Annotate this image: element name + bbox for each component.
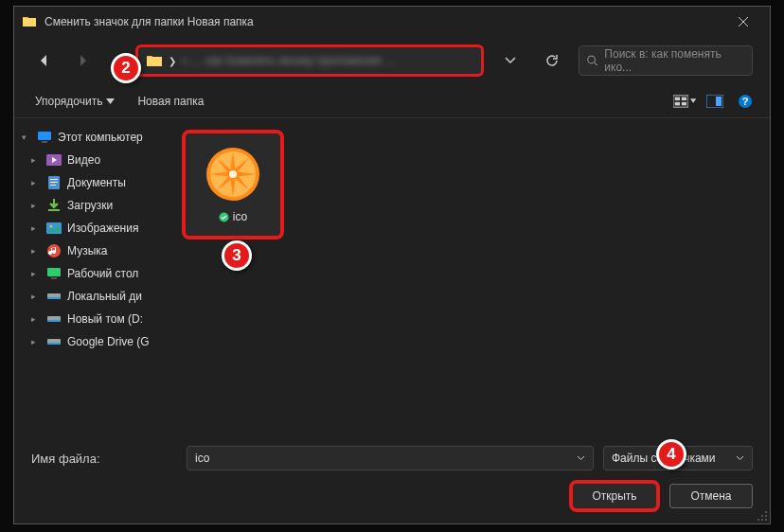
preview-pane-icon — [706, 95, 723, 108]
sidebar-item-new-volume[interactable]: ▸ Новый том (D: — [14, 308, 170, 330]
monitor-icon — [37, 130, 52, 145]
resize-grip-icon[interactable] — [755, 508, 768, 522]
svg-rect-2 — [675, 97, 680, 100]
sidebar-item-desktop[interactable]: ▸ Рабочий стол — [14, 262, 170, 285]
file-item-ico[interactable]: ico — [182, 130, 284, 239]
svg-rect-15 — [50, 182, 58, 183]
chevron-right-icon: ▸ — [31, 337, 41, 346]
annotation-badge-3: 3 — [222, 240, 252, 271]
forward-button[interactable] — [69, 47, 96, 74]
sidebar-item-videos[interactable]: ▸ Видео — [14, 149, 170, 171]
svg-point-35 — [765, 515, 767, 517]
chevron-down-icon — [690, 98, 696, 103]
arrow-right-icon — [75, 53, 90, 68]
help-button[interactable]: ? — [734, 90, 757, 113]
svg-rect-4 — [675, 101, 680, 105]
sidebar-item-local-disk[interactable]: ▸ Локальный ди — [14, 285, 170, 308]
svg-rect-16 — [50, 185, 56, 186]
document-icon — [46, 175, 62, 190]
svg-rect-18 — [46, 222, 62, 234]
chevron-right-icon: ▸ — [31, 246, 41, 256]
svg-rect-22 — [51, 277, 57, 279]
chevron-right-icon: ▸ — [31, 314, 41, 324]
chevron-down-icon — [736, 455, 744, 461]
chevron-right-icon: ▸ — [31, 178, 41, 187]
chevron-down-icon — [577, 455, 585, 461]
svg-rect-5 — [682, 101, 686, 105]
annotation-badge-2: 2 — [111, 53, 141, 83]
preview-pane-button[interactable] — [704, 90, 726, 113]
close-icon — [739, 17, 748, 27]
svg-point-19 — [50, 225, 53, 228]
svg-point-31 — [229, 170, 237, 178]
svg-text:?: ? — [742, 96, 749, 107]
svg-rect-17 — [48, 209, 60, 211]
folder-icon — [22, 14, 37, 29]
sidebar-item-music[interactable]: ▸ Музыка — [14, 239, 170, 262]
svg-rect-11 — [42, 141, 47, 143]
chevron-down-icon — [505, 57, 516, 64]
drive-icon — [46, 311, 62, 327]
svg-rect-28 — [47, 343, 61, 345]
sidebar: ▾ Этот компьютер ▸ Видео ▸ Документы ▸ З… — [14, 118, 170, 434]
chevron-down-icon: ▾ — [22, 133, 31, 142]
video-icon — [46, 152, 62, 168]
drive-icon — [46, 334, 62, 349]
annotation-badge-4: 4 — [656, 439, 686, 470]
picture-icon — [46, 221, 62, 236]
svg-point-36 — [757, 519, 759, 521]
toolbar: Упорядочить Новая папка ? — [14, 84, 770, 118]
address-text: « … как поменять иконку приложения … — [182, 54, 473, 67]
search-icon — [587, 55, 598, 67]
filename-label: Имя файла: — [31, 452, 100, 466]
cancel-button[interactable]: Отмена — [669, 484, 753, 508]
chevron-right-icon: ▸ — [31, 292, 41, 301]
refresh-button[interactable] — [537, 45, 567, 76]
search-input[interactable]: Поиск в: как поменять ико... — [579, 45, 753, 76]
chevron-right-icon: ❯ — [169, 56, 176, 66]
music-icon — [46, 243, 62, 258]
chevron-right-icon: ▸ — [31, 155, 41, 165]
chevron-right-icon: ▸ — [31, 201, 41, 210]
search-placeholder: Поиск в: как поменять ико... — [604, 47, 744, 74]
address-bar[interactable]: ❯ « … как поменять иконку приложения … — [135, 44, 484, 77]
checkmark-icon — [219, 212, 229, 222]
dialog-body: ▾ Этот компьютер ▸ Видео ▸ Документы ▸ З… — [14, 118, 770, 434]
address-dropdown[interactable] — [495, 45, 526, 76]
close-button[interactable] — [724, 7, 762, 37]
svg-rect-24 — [47, 297, 61, 299]
open-button[interactable]: Открыть — [569, 480, 660, 512]
svg-rect-26 — [47, 320, 61, 322]
new-folder-button[interactable]: Новая папка — [130, 91, 211, 112]
sidebar-item-this-pc[interactable]: ▾ Этот компьютер — [14, 126, 170, 149]
svg-rect-3 — [682, 97, 686, 100]
window-title: Сменить значок для папки Новая папка — [45, 15, 724, 28]
download-icon — [46, 198, 62, 213]
sidebar-item-downloads[interactable]: ▸ Загрузки — [14, 194, 170, 217]
svg-point-34 — [761, 515, 763, 517]
back-button[interactable] — [31, 47, 58, 74]
file-area[interactable]: ico — [170, 118, 770, 434]
filename-input[interactable]: ico — [187, 446, 594, 470]
drive-icon — [46, 289, 62, 304]
svg-point-38 — [765, 519, 767, 521]
folder-icon — [146, 54, 163, 67]
organize-button[interactable]: Упорядочить — [27, 91, 122, 112]
file-label: ico — [219, 210, 247, 223]
orange-slice-icon — [205, 146, 261, 203]
chevron-right-icon: ▸ — [31, 223, 41, 233]
chevron-right-icon: ▸ — [31, 269, 41, 278]
desktop-icon — [46, 266, 62, 281]
titlebar: Сменить значок для папки Новая папка — [14, 7, 770, 37]
sidebar-item-documents[interactable]: ▸ Документы — [14, 171, 170, 194]
svg-point-0 — [588, 56, 596, 63]
view-tiles-icon — [673, 95, 688, 108]
svg-point-37 — [761, 519, 763, 521]
svg-rect-14 — [50, 179, 58, 180]
svg-point-33 — [765, 511, 767, 513]
arrow-left-icon — [37, 53, 52, 68]
view-mode-button[interactable] — [673, 90, 696, 113]
sidebar-item-google-drive[interactable]: ▸ Google Drive (G — [14, 330, 170, 353]
sidebar-item-pictures[interactable]: ▸ Изображения — [14, 217, 170, 239]
svg-rect-10 — [38, 132, 51, 140]
